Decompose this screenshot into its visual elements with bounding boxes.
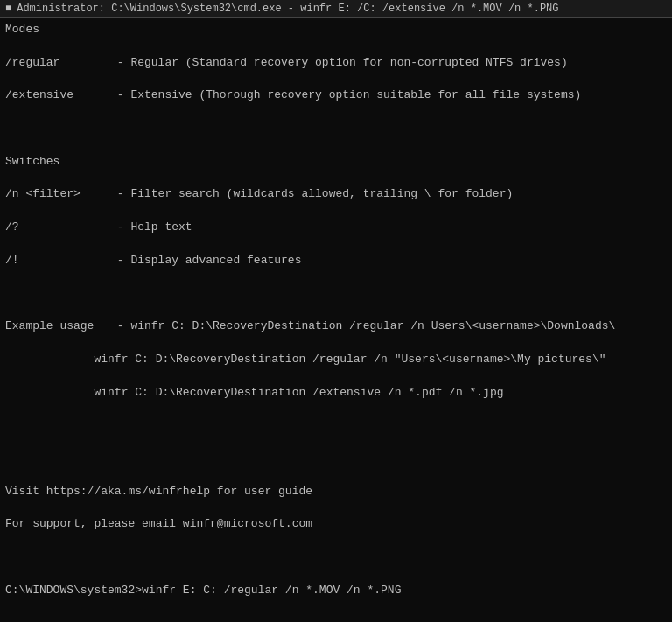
terminal-line-example2: winfr C: D:\RecoveryDestination /regular… xyxy=(5,352,667,368)
terminal-line-blank1 xyxy=(5,121,667,137)
terminal-line-support: For support, please email winfr@microsof… xyxy=(5,516,667,533)
terminal-line-blank6 xyxy=(5,615,667,622)
terminal-line-example-header: Example usage - winfr C: D:\RecoveryDest… xyxy=(5,318,667,335)
terminal-line-blank2 xyxy=(5,286,667,303)
terminal-window: Modes /regular - Regular (Standard recov… xyxy=(0,18,672,622)
terminal-line-example3: winfr C: D:\RecoveryDestination /extensi… xyxy=(5,385,667,402)
title-bar: ■ Administrator: C:\Windows\System32\cmd… xyxy=(0,0,672,18)
terminal-line-switches-header: Switches xyxy=(5,154,667,171)
terminal-line-visit: Visit https://aka.ms/winfrhelp for user … xyxy=(5,484,667,500)
terminal-line-blank3 xyxy=(5,417,667,434)
terminal-line-switch-filter: /n <filter> - Filter search (wildcards a… xyxy=(5,186,667,203)
terminal-icon: ■ xyxy=(5,3,11,15)
terminal-line-blank4 xyxy=(5,451,667,467)
title-text: Administrator: C:\Windows\System32\cmd.e… xyxy=(17,3,558,15)
terminal-line-prompt1: C:\WINDOWS\system32>winfr E: C: /regular… xyxy=(5,583,667,599)
terminal-line-mode-extensive: /extensive - Extensive (Thorough recover… xyxy=(5,87,667,104)
terminal-line-switch-help: /? - Help text xyxy=(5,220,667,236)
terminal-line-blank5 xyxy=(5,549,667,566)
terminal-line-switch-advanced: /! - Display advanced features xyxy=(5,253,667,269)
terminal-line-modes-header: Modes xyxy=(5,22,667,38)
terminal-line-mode-regular: /regular - Regular (Standard recovery op… xyxy=(5,55,667,72)
